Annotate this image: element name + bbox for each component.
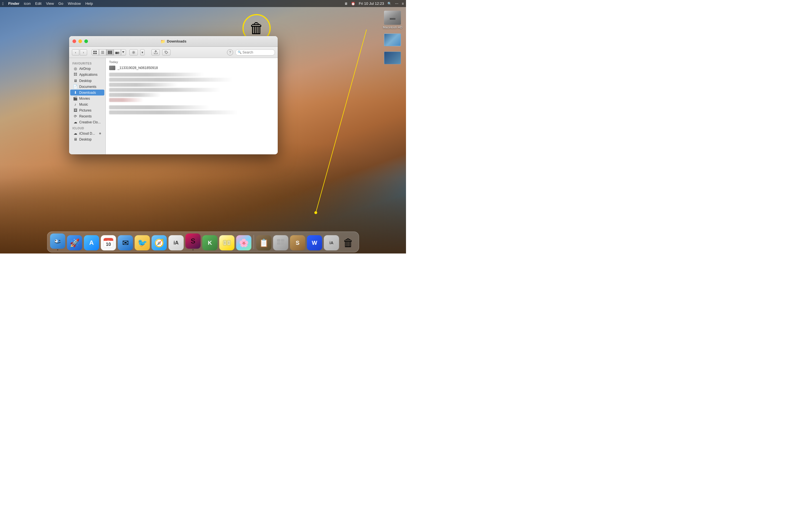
menu-edit[interactable]: Edit [35,1,42,6]
svg-rect-38 [277,242,281,245]
blurred-file-row-1[interactable] [109,73,204,76]
sidebar-icloud-desktop-label: Desktop [79,137,92,142]
svg-rect-10 [109,51,110,54]
sidebar-documents-label: Documents [79,85,96,89]
control-center-icon[interactable]: ≡ [402,2,404,6]
dock-scrivener[interactable]: S [290,235,305,250]
blurred-file-row-7[interactable] [109,105,209,109]
menu-app-name[interactable]: Finder [8,1,19,6]
dock-ia-writer[interactable]: iA [168,235,184,250]
dock-tweetbot[interactable]: 🐦 [135,235,150,250]
menu-window[interactable]: Window [68,1,81,6]
file-item-1[interactable]: _113319028_hi061850918 [106,65,278,71]
svg-point-16 [133,52,135,53]
svg-text:JUL: JUL [107,240,110,241]
dock-expose[interactable] [273,235,289,250]
dock-slack[interactable]: S [186,233,201,250]
blurred-file-row-5[interactable] [109,93,161,97]
dock-ia2[interactable]: iA [324,235,339,250]
icloud-desktop-icon: 🖥 [73,137,78,142]
screenshot-icon-2[interactable] [382,51,403,66]
macintosh-hd-icon[interactable]: Macintosh HD [382,10,403,30]
desktop-icons-container: Macintosh HD [382,10,403,66]
view-list-btn[interactable] [99,49,106,55]
sidebar-item-icloud-desktop[interactable]: 🖥 Desktop [70,136,104,142]
svg-point-25 [55,240,56,241]
sidebar-item-documents[interactable]: 📄 Documents [70,83,104,90]
svg-rect-18 [74,73,75,74]
icloud-header: iCloud [69,125,105,130]
finder-toolbar: ‹ › ▾ [69,47,278,58]
dock-photos[interactable]: 🌸 [236,235,252,250]
minimize-button[interactable] [79,40,82,43]
menu-help[interactable]: Help [86,1,93,6]
menu-bar-datetime: Fri 10 Jul 12:23 [359,1,384,6]
maximize-button[interactable] [84,40,88,43]
dock-keka[interactable]: K [202,235,218,250]
finder-titlebar: 📁 Downloads [69,36,278,47]
blurred-file-row-4[interactable] [109,88,221,92]
sidebar-item-downloads[interactable]: ⬇ Downloads [70,90,104,96]
view-options-btn[interactable] [121,49,126,55]
finder-title: 📁 Downloads [160,39,186,44]
sidebar-item-pictures[interactable]: 🖼 Pictures [70,107,104,113]
dock-appstore[interactable]: A [84,235,99,250]
svg-rect-13 [118,52,119,53]
menu-view[interactable]: View [46,1,54,6]
dock-arrivals[interactable]: 📋 [256,235,271,250]
spotlight-icon[interactable]: 🔍 [388,2,392,6]
dock-launchpad[interactable]: 🚀 [67,235,82,250]
airdrop-icon: ◎ [73,66,78,71]
dock-filemerge[interactable] [219,235,235,250]
sidebar-downloads-label: Downloads [79,91,96,95]
tag-button[interactable] [162,49,170,55]
sidebar-item-recents[interactable]: ⟳ Recents [70,113,104,119]
icloud-sync-badge: ⏺ [99,132,101,135]
screenshot-thumb-2 [384,52,401,64]
sidebar-movies-label: Movies [79,97,90,101]
view-icon-btn[interactable] [92,49,99,55]
dock-finder[interactable] [50,233,65,250]
svg-rect-36 [277,239,281,242]
svg-rect-3 [95,51,97,52]
settings-dropdown-btn[interactable]: ▾ [140,49,145,55]
close-button[interactable] [72,40,76,43]
svg-text:10: 10 [106,242,111,247]
dock-mail[interactable]: ✉ [118,235,133,250]
blurred-file-row-3[interactable] [109,83,178,87]
dock-safari[interactable]: 🧭 [152,235,167,250]
help-button[interactable]: ? [227,49,233,55]
forward-button[interactable]: › [80,49,87,55]
screenshot-icon-1[interactable] [382,33,403,48]
notification-icon[interactable]: ⋯ [395,2,398,6]
sidebar-item-applications[interactable]: Applications [70,71,104,78]
sidebar-item-creative-cloud[interactable]: ☁ Creative Clo... [70,119,104,125]
back-button[interactable]: ‹ [72,49,79,55]
sidebar-pictures-label: Pictures [79,108,91,112]
settings-button[interactable] [130,49,138,55]
dock-word[interactable]: W [307,235,322,250]
blurred-file-row-8[interactable] [109,110,238,114]
sidebar-item-desktop[interactable]: 🖥 Desktop [70,78,104,83]
menu-go[interactable]: Go [58,1,63,6]
blurred-file-row-2[interactable] [109,78,233,82]
view-gallery-btn[interactable] [114,49,121,55]
view-column-btn[interactable] [106,49,114,55]
sidebar-item-icloud-drive[interactable]: ☁ iCloud D... ⏺ [70,130,104,136]
arrivals-dock-icon: 📋 [256,235,271,250]
sidebar-cc-label: Creative Clo... [79,120,101,124]
finder-dock-dot [57,249,58,250]
blurred-file-row-6[interactable] [109,98,144,102]
share-button[interactable] [151,49,160,55]
sidebar-item-music[interactable]: ♪ Music [70,101,104,107]
photos-dock-icon: 🌸 [236,235,252,250]
dock-calendar[interactable]: 10 JUL [101,235,116,250]
filemerge-dock-icon [219,235,235,250]
search-wrapper: 🔍 [236,49,275,55]
sidebar-item-airdrop[interactable]: ◎ AirDrop [70,66,104,71]
calendar-dock-icon: 10 JUL [101,235,116,250]
sidebar-item-movies[interactable]: 🎬 Movies [70,96,104,101]
menu-file[interactable]: icon [24,1,31,6]
dock-trash[interactable]: 🗑 [341,235,356,250]
apple-menu[interactable]:  [2,1,4,6]
